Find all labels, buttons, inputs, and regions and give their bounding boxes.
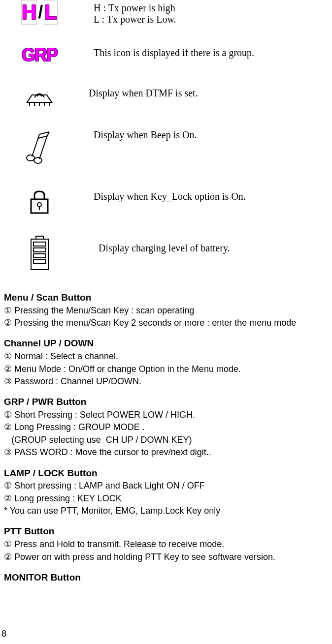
lock-icon: [15, 188, 64, 215]
hl-icon: H / L: [15, 0, 64, 25]
lamp-line2: ② Long pressing : KEY LOCK: [4, 493, 328, 504]
svg-point-10: [27, 155, 34, 161]
menu-line1: ① Pressing the Menu/Scan Key : scan oper…: [4, 305, 328, 316]
hl-description: H : Tx power is high L : Tx power is Low…: [64, 0, 176, 25]
grp-pwr-title: GRP / PWR Button: [4, 396, 328, 408]
beep-icon: [15, 129, 64, 169]
grp-pwr-line3: (GROUP selecting use CH UP / DOWN KEY): [4, 434, 328, 446]
svg-rect-18: [33, 248, 46, 252]
channel-title: Channel UP / DOWN: [4, 337, 328, 350]
battery-description: Display charging level of battery.: [64, 235, 230, 254]
svg-line-5: [32, 134, 39, 156]
menu-title: Menu / Scan Button: [4, 292, 328, 304]
svg-rect-17: [33, 242, 46, 246]
ptt-line1: ① Press and Hold to transmit. Release to…: [4, 539, 328, 550]
svg-point-13: [37, 203, 41, 207]
hl-line1: H : Tx power is high: [94, 2, 176, 14]
battery-icon: [15, 235, 64, 272]
svg-rect-19: [33, 254, 46, 258]
beep-description: Display when Beep is On.: [64, 129, 197, 141]
dtmf-icon: [15, 85, 64, 110]
channel-line2: ② Menu Mode : On/Off or change Option in…: [4, 364, 328, 375]
ptt-title: PTT Button: [4, 525, 328, 538]
ptt-line2: ② Power on with press and holding PTT Ke…: [4, 552, 328, 563]
lamp-title: LAMP / LOCK Button: [4, 467, 328, 480]
channel-line3: ③ Password : Channel UP/DOWN.: [4, 376, 328, 387]
svg-line-6: [39, 137, 47, 159]
menu-line2: ② Pressing the menu/Scan Key 2 seconds o…: [4, 317, 328, 329]
grp-icon: GRP: [15, 45, 64, 65]
grp-pwr-line1: ① Short Pressing : Select POWER LOW / HI…: [4, 409, 328, 421]
grp-pwr-line2: ② Long Pressing : GROUP MODE .: [4, 422, 328, 433]
grp-description: This icon is displayed if there is a gro…: [64, 45, 254, 59]
dtmf-description: Display when DTMF is set.: [64, 85, 198, 99]
grp-pwr-line4: ③ PASS WORD : Move the cursor to prev/ne…: [4, 447, 328, 458]
hl-line2: L : Tx power is Low.: [94, 14, 176, 25]
lamp-line3: * You can use PTT, Monitor, EMG, Lamp.Lo…: [4, 505, 328, 517]
svg-point-11: [34, 157, 42, 163]
monitor-title: MONITOR Button: [4, 572, 328, 584]
channel-line1: ① Normal : Select a channel.: [4, 351, 328, 362]
svg-rect-20: [33, 260, 46, 264]
lamp-line1: ① Short pressing : LAMP and Back Light O…: [4, 480, 328, 491]
lock-description: Display when Key_Lock option is On.: [64, 188, 246, 202]
